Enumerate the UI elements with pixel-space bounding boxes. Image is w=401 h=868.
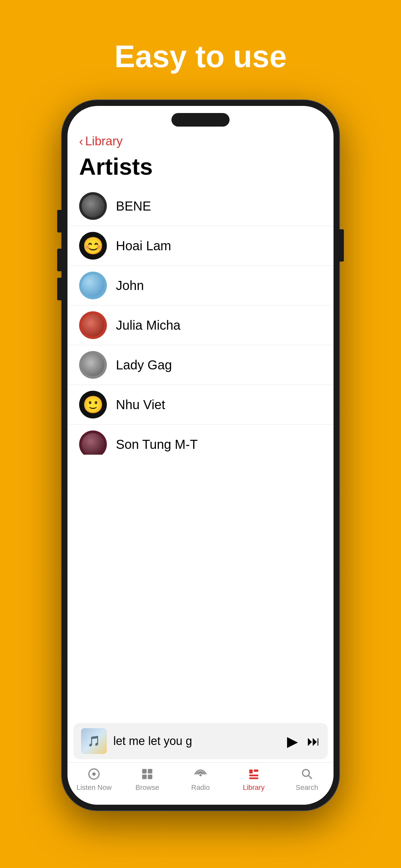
tab-bar: Listen Now Browse (67, 763, 334, 805)
mini-player[interactable]: 🎵 let me let you g ▶ ⏭ (73, 723, 328, 759)
browse-icon (141, 767, 154, 781)
tab-label-radio: Radio (191, 783, 210, 792)
artist-name: John (116, 278, 144, 293)
svg-line-12 (308, 775, 312, 779)
search-icon (300, 767, 314, 781)
phone-screen: ‹ Library Artists BENE Hoai Lam (67, 106, 334, 805)
page-title: Easy to use (114, 39, 287, 74)
svg-rect-10 (249, 778, 258, 779)
back-label: Library (85, 134, 123, 148)
svg-rect-4 (142, 775, 147, 779)
play-button[interactable]: ▶ (287, 733, 298, 749)
artists-heading: Artists (67, 148, 334, 186)
artist-name: Julia Micha (116, 318, 181, 333)
screen-content: ‹ Library Artists BENE Hoai Lam (67, 106, 334, 805)
avatar (79, 272, 107, 299)
svg-rect-9 (249, 775, 258, 776)
svg-rect-8 (254, 770, 258, 772)
artist-name: Son Tung M-T (116, 437, 197, 452)
nav-back[interactable]: ‹ Library (67, 132, 334, 148)
svg-point-1 (92, 772, 96, 776)
avatar (79, 351, 107, 379)
avatar (79, 311, 107, 339)
svg-rect-7 (249, 770, 253, 773)
tab-label-search: Search (296, 783, 318, 792)
svg-rect-5 (148, 775, 152, 779)
tab-search[interactable]: Search (280, 767, 334, 792)
list-item[interactable]: Hoai Lam (67, 226, 334, 266)
artist-name: Nhu Viet (116, 398, 165, 412)
svg-rect-3 (148, 769, 152, 773)
phone-mockup: ‹ Library Artists BENE Hoai Lam (62, 100, 339, 810)
tab-label-listen-now: Listen Now (76, 783, 112, 792)
list-item[interactable]: Son Tung M-T (67, 425, 334, 455)
dynamic-island (172, 113, 229, 127)
list-item[interactable]: Lady Gag (67, 345, 334, 385)
svg-point-6 (199, 774, 202, 776)
list-item[interactable]: BENE (67, 186, 334, 226)
phone-frame: ‹ Library Artists BENE Hoai Lam (62, 100, 339, 810)
list-item[interactable]: John (67, 266, 334, 306)
mini-player-title: let me let you g (113, 734, 287, 748)
back-chevron-icon: ‹ (79, 135, 83, 148)
tab-browse[interactable]: Browse (121, 767, 174, 792)
mini-player-thumbnail: 🎵 (81, 728, 107, 754)
list-item[interactable]: Julia Micha (67, 306, 334, 345)
avatar (79, 430, 107, 455)
tab-library[interactable]: Library (227, 767, 280, 792)
avatar (79, 391, 107, 418)
tab-listen-now[interactable]: Listen Now (67, 767, 121, 792)
artist-name: BENE (116, 199, 151, 213)
tab-label-browse: Browse (135, 783, 159, 792)
radio-icon (194, 767, 207, 781)
avatar (79, 232, 107, 259)
mini-player-controls: ▶ ⏭ (287, 733, 320, 749)
tab-radio[interactable]: Radio (174, 767, 227, 792)
artist-name: Hoai Lam (116, 239, 171, 253)
library-icon (247, 767, 260, 781)
listen-now-icon (87, 767, 101, 781)
list-item[interactable]: Nhu Viet (67, 385, 334, 425)
artist-list: BENE Hoai Lam John Julia Micha (67, 186, 334, 455)
fast-forward-button[interactable]: ⏭ (307, 734, 320, 748)
artist-name: Lady Gag (116, 358, 172, 372)
svg-rect-2 (142, 769, 147, 773)
avatar (79, 192, 107, 220)
tab-label-library: Library (243, 783, 265, 792)
spacer (67, 455, 334, 723)
